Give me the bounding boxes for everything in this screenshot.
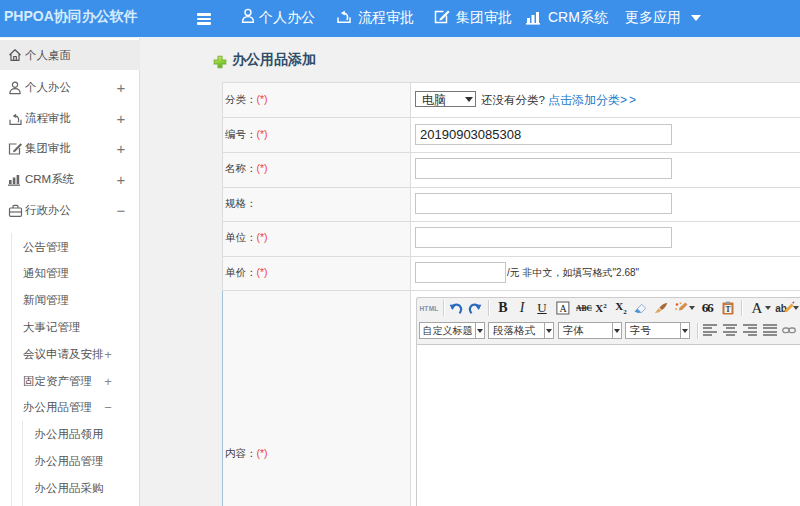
svg-text:T: T [725,305,730,314]
